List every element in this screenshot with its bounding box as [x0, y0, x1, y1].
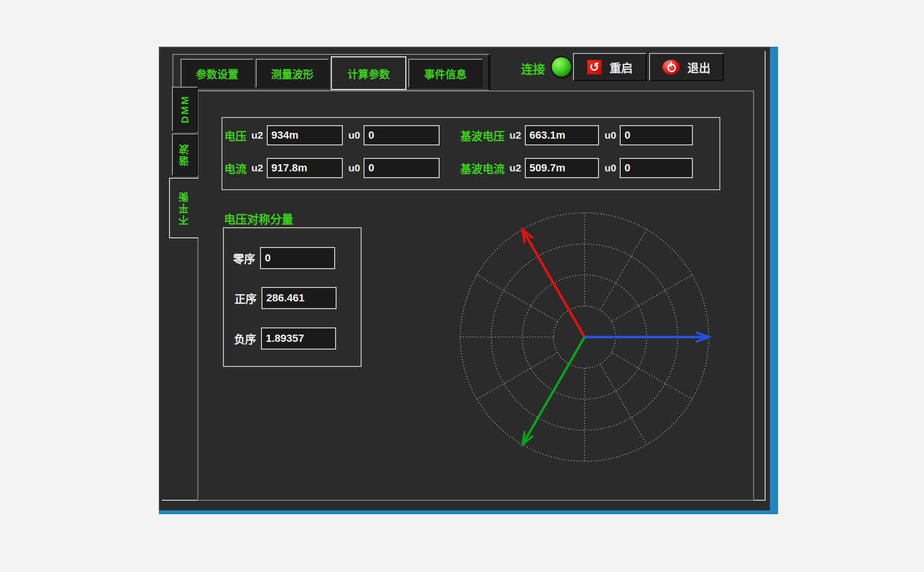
- u0-label: u0: [605, 130, 617, 141]
- symmetric-components-title: 电压对称分量: [224, 210, 293, 227]
- fundamental-voltage-label: 基波电压: [460, 127, 505, 143]
- connection-label: 连接: [521, 60, 545, 77]
- phasor-green: [522, 337, 585, 444]
- exit-button[interactable]: 退出: [649, 53, 724, 81]
- voltage-u0-field[interactable]: 0: [364, 125, 440, 145]
- phasor-red: [522, 230, 585, 337]
- voltage-label: 电压: [224, 127, 247, 143]
- side-tab-harmonics[interactable]: 谐波: [172, 133, 198, 176]
- zero-sequence-field[interactable]: 0: [260, 247, 335, 269]
- fundamental-current-label: 基波电流: [460, 160, 505, 176]
- window-inner-edge-right: [765, 51, 766, 500]
- fundamental-current-u0-field[interactable]: 0: [620, 158, 693, 178]
- positive-sequence-label: 正序: [234, 290, 257, 306]
- u2-label: u2: [251, 162, 263, 174]
- negative-sequence-label: 负序: [234, 330, 256, 347]
- tab-parameter-settings[interactable]: 参数设置: [181, 59, 254, 88]
- current-label: 电流: [224, 160, 247, 176]
- fundamental-voltage-u0-field[interactable]: 0: [620, 125, 693, 145]
- zero-sequence-label: 零序: [233, 250, 255, 266]
- u2-label: u2: [251, 130, 263, 141]
- u0-label: u0: [349, 130, 361, 141]
- restart-icon: ↺: [587, 60, 602, 75]
- voltage-u2-field[interactable]: 934m: [267, 125, 343, 145]
- fundamental-current-u2-field[interactable]: 509.7m: [525, 158, 599, 178]
- fundamental-voltage-u2-field[interactable]: 663.1m: [525, 125, 599, 145]
- u0-label: u0: [349, 162, 361, 174]
- exit-button-label: 退出: [688, 59, 711, 76]
- current-u2-field[interactable]: 917.8m: [267, 158, 343, 178]
- side-tab-unbalance-label: 不平衡: [177, 191, 192, 225]
- desktop-background: 参数设置 测量波形 计算参数 事件信息 连接 ↺ 重启 退出 DMM 谐波 不平…: [0, 0, 924, 572]
- tab-calculated-parameters[interactable]: 计算参数: [331, 56, 406, 90]
- side-tab-dmm[interactable]: DMM: [172, 87, 198, 131]
- u2-label: u2: [509, 162, 521, 174]
- tab-measurement-waveform[interactable]: 测量波形: [256, 59, 329, 88]
- power-icon: [663, 60, 680, 75]
- tab-event-info[interactable]: 事件信息: [408, 59, 482, 88]
- side-tab-unbalance[interactable]: 不平衡: [169, 178, 198, 238]
- window-accent-border-bottom: [159, 510, 778, 514]
- restart-button-label: 重启: [610, 59, 633, 76]
- current-u0-field[interactable]: 0: [364, 158, 440, 178]
- window-accent-border-right: [770, 47, 778, 512]
- restart-button[interactable]: ↺ 重启: [573, 53, 647, 81]
- phasor-polar-chart: [457, 210, 712, 464]
- negative-sequence-field[interactable]: 1.89357: [261, 327, 336, 350]
- side-tab-dmm-label: DMM: [179, 95, 191, 123]
- connection-led-icon: [552, 57, 571, 77]
- u2-label: u2: [509, 130, 521, 141]
- positive-sequence-field[interactable]: 286.461: [261, 287, 337, 309]
- side-tab-harmonics-label: 谐波: [178, 143, 192, 166]
- u0-label: u0: [605, 162, 617, 174]
